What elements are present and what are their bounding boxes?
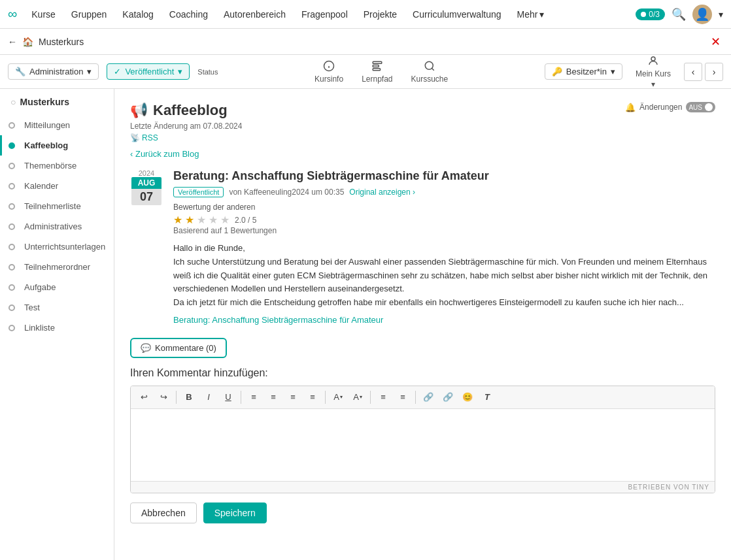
- nav-gruppen[interactable]: Gruppen: [65, 5, 113, 24]
- post-content: Beratung: Anschaffung Siebträgermaschine…: [173, 169, 715, 325]
- highlight-button[interactable]: A▾: [348, 389, 367, 406]
- sidebar-header: ○ Musterkurs: [0, 89, 114, 115]
- main-layout: ○ Musterkurs Mitteilungen Kaffeeblog The…: [0, 89, 731, 560]
- star-3: ★: [197, 214, 206, 226]
- mykurs-dropdown-icon: ▾: [651, 80, 655, 89]
- sidebar-item-themenboerse[interactable]: Themenbörse: [0, 156, 114, 176]
- top-bar-right: 🔔 Änderungen AUS: [625, 102, 715, 112]
- dropdown-icon: ▾: [539, 9, 544, 20]
- course-title-nav: Musterkurs: [39, 37, 84, 47]
- bullet-list-button[interactable]: ≡: [374, 389, 392, 406]
- megaphone-icon: 📢: [130, 102, 148, 119]
- original-link[interactable]: Original anzeigen ›: [349, 188, 415, 197]
- bold-button[interactable]: B: [180, 389, 198, 406]
- link-button[interactable]: 🔗: [419, 389, 437, 406]
- sidebar-item-teilnehmerordner[interactable]: Teilnehmerordner: [0, 257, 114, 277]
- sidebar-item-unterrichtsunterlagen[interactable]: Unterrichtsunterlagen: [0, 237, 114, 257]
- divider-3: [325, 391, 326, 404]
- sidebar-item-aufgabe[interactable]: Aufgabe: [0, 277, 114, 297]
- comment-icon: 💬: [141, 343, 151, 353]
- sidebar-dot-administratives: [8, 223, 15, 230]
- underline-button[interactable]: U: [219, 389, 237, 406]
- editor-toolbar: ↩ ↪ B I U ≡ ≡ ≡ ≡ A▾ A▾ ≡ ≡ 🔗 🔗 �: [131, 386, 715, 409]
- numbered-list-button[interactable]: ≡: [394, 389, 412, 406]
- undo-button[interactable]: ↩: [135, 389, 153, 406]
- toolbar: 🔧 Administration ▾ ✓ Veröffentlicht ▾ St…: [0, 55, 731, 89]
- top-nav: ∞ Kurse Gruppen Katalog Coaching Autoren…: [0, 0, 731, 29]
- date-badge: 2024 AUG 07: [130, 169, 163, 325]
- redo-button[interactable]: ↪: [154, 389, 173, 406]
- editor-body[interactable]: [131, 409, 715, 481]
- italic-button[interactable]: I: [199, 389, 218, 406]
- star-1: ★: [173, 214, 182, 226]
- sidebar-item-teilnehmerliste[interactable]: Teilnehmerliste: [0, 196, 114, 216]
- sidebar: ○ Musterkurs Mitteilungen Kaffeeblog The…: [0, 89, 114, 560]
- path-icon: [371, 60, 383, 72]
- sidebar-item-administratives[interactable]: Administratives: [0, 216, 114, 237]
- read-more-link[interactable]: Beratung: Anschaffung Siebträgermaschine…: [173, 315, 715, 325]
- sidebar-dot-unterrichtsunterlagen: [8, 244, 15, 250]
- changes-toggle[interactable]: AUS: [686, 102, 715, 112]
- lernpfad-button[interactable]: Lernpfad: [356, 58, 398, 86]
- sidebar-item-linkliste[interactable]: Linkliste: [0, 318, 114, 338]
- format-button[interactable]: T: [478, 389, 496, 406]
- sidebar-item-test[interactable]: Test: [0, 297, 114, 318]
- sidebar-dot-teilnehmerordner: [8, 264, 15, 271]
- align-right-button[interactable]: ≡: [284, 389, 302, 406]
- logo[interactable]: ∞: [8, 7, 17, 22]
- sidebar-dot-kaffeeblog: [8, 142, 15, 149]
- emoji-button[interactable]: 😊: [458, 389, 477, 406]
- admin-dropdown-icon: ▾: [87, 67, 92, 76]
- rss-link[interactable]: 📡 RSS: [130, 133, 242, 142]
- sidebar-item-kalender[interactable]: Kalender: [0, 176, 114, 196]
- nav-kurse[interactable]: Kurse: [25, 5, 62, 24]
- administration-button[interactable]: 🔧 Administration ▾: [8, 63, 99, 80]
- avatar-dropdown-icon[interactable]: ▾: [719, 9, 723, 20]
- cancel-button[interactable]: Abbrechen: [130, 502, 197, 523]
- kursinfo-button[interactable]: Kursinfo: [309, 58, 348, 86]
- sidebar-item-mitteilungen[interactable]: Mitteilungen: [0, 115, 114, 135]
- divider-5: [415, 391, 416, 404]
- sidebar-item-kaffeeblog[interactable]: Kaffeeblog: [0, 135, 114, 156]
- prev-button[interactable]: ‹: [684, 63, 702, 81]
- align-center-button[interactable]: ≡: [264, 389, 282, 406]
- nav-coaching[interactable]: Coaching: [163, 5, 214, 24]
- align-justify-button[interactable]: ≡: [303, 389, 322, 406]
- font-color-button[interactable]: A▾: [329, 389, 347, 406]
- unlink-button[interactable]: 🔗: [439, 389, 457, 406]
- search-icon[interactable]: 🔍: [672, 7, 686, 22]
- nav-fragenpool[interactable]: Fragenpool: [295, 5, 354, 24]
- kurssuche-button[interactable]: Kurssuche: [406, 58, 454, 86]
- back-to-blog-link[interactable]: ‹ Zurück zum Blog: [130, 149, 715, 159]
- form-actions: Abbrechen Speichern: [130, 502, 715, 523]
- nav-curriculum[interactable]: Curriculumverwaltung: [406, 5, 507, 24]
- nav-autorenbereich[interactable]: Autorenbereich: [217, 5, 292, 24]
- svg-rect-3: [373, 61, 382, 63]
- status-badge: 0/3: [636, 8, 665, 20]
- svg-point-8: [651, 57, 655, 61]
- page-title: Kaffeeblog: [153, 102, 228, 119]
- comments-tab[interactable]: 💬 Kommentare (0): [130, 338, 227, 358]
- next-button[interactable]: ›: [705, 63, 723, 81]
- close-button[interactable]: ✕: [708, 35, 723, 49]
- role-dropdown-icon: ▾: [611, 67, 615, 76]
- align-left-button[interactable]: ≡: [245, 389, 263, 406]
- info-icon: [323, 60, 335, 72]
- wrench-icon: 🔧: [15, 67, 26, 76]
- sidebar-dot-kalender: [8, 183, 15, 189]
- sidebar-course-icon: ○: [10, 97, 16, 107]
- sidebar-dot-test: [8, 305, 15, 311]
- role-button[interactable]: 🔑 Besitzer*in ▾: [545, 63, 622, 80]
- mein-kurs-button[interactable]: Mein Kurs ▾: [630, 52, 676, 91]
- nav-katalog[interactable]: Katalog: [116, 5, 160, 24]
- home-icon[interactable]: 🏠: [22, 37, 33, 47]
- nav-projekte[interactable]: Projekte: [357, 5, 403, 24]
- nav-mehr[interactable]: Mehr ▾: [511, 5, 551, 24]
- avatar[interactable]: 👤: [692, 5, 712, 24]
- save-button[interactable]: Speichern: [203, 502, 267, 523]
- page-header: 📢 Kaffeeblog: [130, 102, 242, 119]
- status-button[interactable]: ✓ Veröffentlicht ▾: [107, 63, 190, 80]
- back-button[interactable]: ←: [8, 37, 17, 47]
- sidebar-dot-aufgabe: [8, 284, 15, 291]
- status-sublabel: Status: [197, 68, 218, 76]
